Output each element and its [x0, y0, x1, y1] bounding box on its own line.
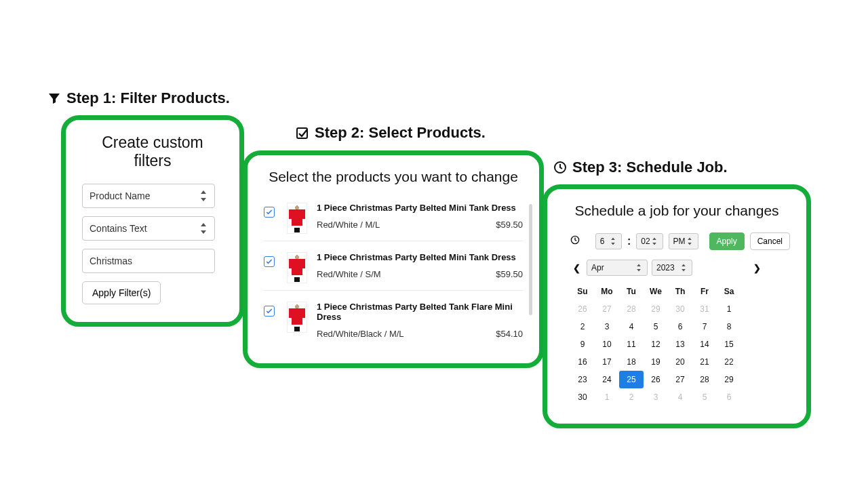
calendar-day[interactable]: 28	[692, 371, 717, 388]
calendar-day: 1	[595, 388, 619, 406]
ampm-value: PM	[673, 237, 686, 246]
scrollbar[interactable]	[529, 204, 532, 315]
apply-filters-button[interactable]: Apply Filter(s)	[82, 281, 161, 304]
calendar-day: 3	[644, 388, 668, 406]
calendar-day[interactable]: 18	[619, 353, 644, 371]
calendar-dow: Tu	[619, 283, 644, 300]
product-info: 1 Piece Christmas Party Belted Tank Flar…	[317, 302, 523, 339]
calendar-day: 26	[570, 300, 595, 318]
calendar-day: 30	[668, 300, 692, 318]
step2-card: Select the products you want to change 1…	[243, 150, 544, 368]
chevron-updown-icon	[651, 237, 656, 245]
prev-month-button[interactable]: ❮	[570, 263, 583, 273]
product-name: 1 Piece Christmas Party Belted Tank Flar…	[317, 302, 523, 322]
step3-card: Schedule a job for your changes 6 : 02 P…	[542, 184, 811, 428]
calendar-day[interactable]: 17	[595, 353, 619, 371]
step2-card-title: Select the products you want to change	[264, 169, 523, 185]
calendar-day[interactable]: 21	[692, 353, 717, 371]
product-row: 1 Piece Christmas Party Belted Tank Flar…	[264, 298, 523, 346]
hour-select[interactable]: 6	[595, 233, 622, 249]
schedule-apply-button[interactable]: Apply	[709, 232, 745, 250]
product-thumb	[287, 252, 307, 283]
calendar-day[interactable]: 22	[717, 353, 741, 371]
calendar-day: 2	[619, 388, 644, 406]
calendar-day[interactable]: 10	[595, 336, 619, 353]
product-checkbox[interactable]	[264, 306, 275, 317]
calendar-day[interactable]: 15	[717, 336, 741, 353]
calendar-day[interactable]: 6	[668, 318, 692, 336]
filter-value-input[interactable]: Christmas	[82, 249, 215, 273]
time-colon: :	[627, 235, 631, 247]
calendar-day[interactable]: 26	[644, 371, 668, 388]
product-name: 1 Piece Christmas Party Belted Mini Tank…	[317, 203, 523, 213]
calendar-dow: Th	[668, 283, 692, 300]
calendar-day[interactable]: 29	[717, 371, 741, 388]
product-checkbox[interactable]	[264, 207, 275, 218]
calendar-day[interactable]: 24	[595, 371, 619, 388]
product-variant: Red/White / M/L	[317, 220, 380, 230]
checkbox-icon	[296, 126, 309, 140]
calendar-dow: Mo	[595, 283, 619, 300]
calendar-day[interactable]: 3	[595, 318, 619, 336]
calendar-day: 27	[595, 300, 619, 318]
filter-value-input-text: Christmas	[90, 256, 132, 266]
product-price: $59.50	[496, 269, 523, 279]
step2-heading: Step 2: Select Products.	[296, 124, 486, 142]
chevron-updown-icon	[681, 264, 686, 271]
filter-match-select[interactable]: Contains Text	[82, 216, 215, 241]
month-value: Apr	[591, 263, 604, 272]
calendar-dow: Sa	[717, 283, 741, 300]
chevron-updown-icon	[636, 264, 642, 271]
step3-heading-text: Step 3: Schedule Job.	[572, 159, 728, 176]
filter-match-select-value: Contains Text	[90, 223, 147, 234]
step1-card: Create custom filters Product Name Conta…	[61, 115, 244, 327]
month-select[interactable]: Apr	[587, 260, 648, 276]
ampm-select[interactable]: PM	[669, 233, 698, 249]
calendar-day[interactable]: 16	[570, 353, 595, 371]
step3-heading: Step 3: Schedule Job.	[553, 159, 728, 176]
calendar-day[interactable]: 27	[668, 371, 692, 388]
minute-select[interactable]: 02	[636, 233, 663, 249]
schedule-cancel-button[interactable]: Cancel	[750, 232, 790, 250]
month-row: ❮ Apr 2023 ❯	[570, 260, 790, 276]
year-value: 2023	[656, 263, 675, 272]
calendar-day[interactable]: 1	[717, 300, 741, 318]
calendar-day[interactable]: 23	[570, 371, 595, 388]
product-list: 1 Piece Christmas Party Belted Mini Tank…	[264, 199, 523, 346]
calendar-day[interactable]: 25	[619, 371, 644, 388]
calendar-day[interactable]: 11	[619, 336, 644, 353]
time-row: 6 : 02 PM Apply Cancel	[570, 232, 790, 250]
product-row: 1 Piece Christmas Party Belted Mini Tank…	[264, 248, 523, 291]
calendar-day[interactable]: 12	[644, 336, 668, 353]
year-select[interactable]: 2023	[652, 260, 692, 276]
calendar-day: 28	[619, 300, 644, 318]
next-month-button[interactable]: ❯	[751, 263, 763, 273]
calendar-day[interactable]: 2	[570, 318, 595, 336]
step1-card-title: Create custom filters	[82, 134, 223, 170]
product-checkbox[interactable]	[264, 256, 275, 267]
calendar-day[interactable]: 7	[692, 318, 717, 336]
calendar-day[interactable]: 30	[570, 388, 595, 406]
calendar-day: 31	[692, 300, 717, 318]
product-row: 1 Piece Christmas Party Belted Mini Tank…	[264, 199, 523, 241]
calendar-dow: Fr	[692, 283, 717, 300]
calendar-day[interactable]: 5	[644, 318, 668, 336]
filter-field-select[interactable]: Product Name	[82, 184, 215, 208]
step2-heading-text: Step 2: Select Products.	[315, 124, 486, 142]
calendar-day[interactable]: 14	[692, 336, 717, 353]
product-name: 1 Piece Christmas Party Belted Mini Tank…	[317, 252, 523, 262]
calendar-day[interactable]: 20	[668, 353, 692, 371]
step1-heading: Step 1: Filter Products.	[47, 89, 230, 107]
calendar-day[interactable]: 13	[668, 336, 692, 353]
calendar-day[interactable]: 19	[644, 353, 668, 371]
calendar: SuMoTuWeThFrSa26272829303112345678910111…	[570, 283, 790, 406]
calendar-day[interactable]: 8	[717, 318, 741, 336]
chevron-updown-icon	[199, 190, 208, 201]
calendar-day[interactable]: 4	[619, 318, 644, 336]
calendar-day: 6	[717, 388, 741, 406]
filter-field-select-value: Product Name	[90, 190, 150, 201]
product-price: $59.50	[496, 220, 523, 230]
calendar-dow: We	[644, 283, 668, 300]
product-info: 1 Piece Christmas Party Belted Mini Tank…	[317, 203, 523, 230]
calendar-day[interactable]: 9	[570, 336, 595, 353]
